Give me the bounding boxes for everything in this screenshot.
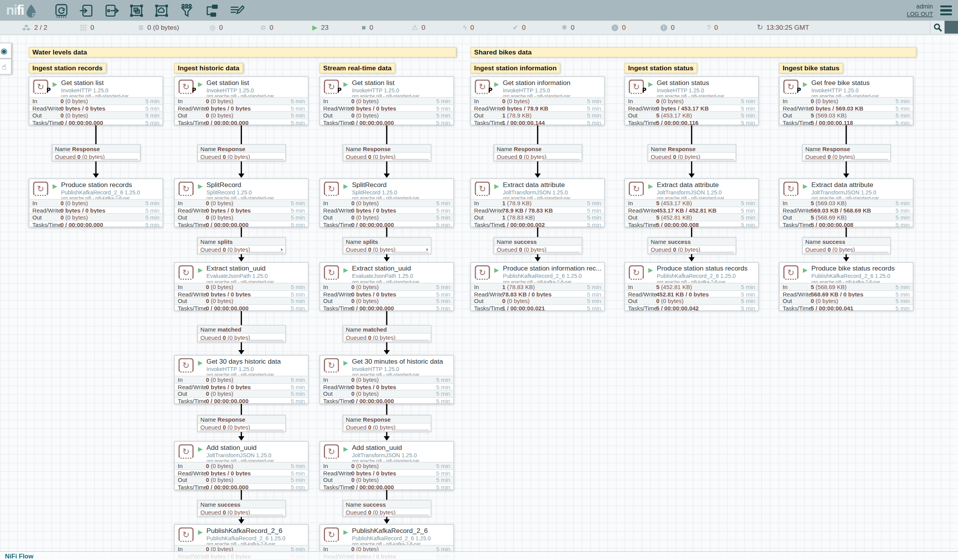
processor-node[interactable]: ↻▶SplitRecordSplitRecord 1.25.0org.apach…	[174, 179, 309, 227]
group-label[interactable]: Water levels data	[29, 47, 456, 58]
run-status-icon: ▶	[198, 267, 202, 273]
stat-label: Tasks/Time	[323, 119, 352, 126]
processor-node[interactable]: ↻▶Add station_uuidJoltTransformJSON 1.25…	[174, 441, 309, 490]
processor-node[interactable]: ↻▶Add station_uuidJoltTransformJSON 1.25…	[320, 441, 454, 490]
connection-label[interactable]: Name successQueued 0 (0 bytes)	[493, 237, 582, 254]
processor-node[interactable]: ↻P▶Get station listInvokeHTTP 1.25.0org.…	[29, 77, 163, 125]
template-toolbar-icon[interactable]	[203, 2, 219, 18]
processor-type: JoltTransformJSON 1.25.0	[812, 189, 911, 196]
operate-palette-toggle[interactable]: ☝	[0, 59, 12, 75]
stat-label: In	[178, 376, 183, 384]
connection-label[interactable]: Name ResponseQueued 0 (0 bytes)	[493, 144, 582, 161]
connection-label[interactable]: Name successQueued 0 (0 bytes)	[648, 237, 736, 254]
processor-type: JoltTransformJSON 1.25.0	[206, 452, 306, 458]
stat-value: 0 (0 bytes)	[351, 298, 379, 305]
connection-label[interactable]: Name ResponseQueued 0 (0 bytes)	[343, 144, 431, 161]
process-group-toolbar-icon[interactable]	[128, 2, 144, 18]
stat-row: Tasks/Time0 / 00:00:00.000 5 min	[320, 304, 453, 311]
breadcrumb-root[interactable]: NiFi Flow	[5, 552, 34, 560]
processor-node[interactable]: ↻▶Produce station information rec...Publ…	[470, 262, 605, 311]
connection-label[interactable]: Name successQueued 0 (0 bytes)	[343, 500, 431, 517]
stat-window: 5 min	[895, 284, 910, 291]
processor-node[interactable]: ↻▶Produce station status recordsPublishK…	[624, 262, 759, 311]
processor-node[interactable]: ↻▶Extract data attributeJoltTransformJSO…	[470, 179, 605, 227]
processor-node[interactable]: ↻P▶Get station listInvokeHTTP 1.25.0org.…	[174, 77, 309, 125]
stat-label: Tasks/Time	[474, 221, 503, 228]
stat-value: 0 (0 bytes)	[206, 284, 233, 291]
group-label[interactable]: Shared bikes data	[470, 47, 916, 58]
processor-titles: Get free bike statusInvokeHTTP 1.25.0org…	[812, 79, 911, 99]
connection-label[interactable]: Name successQueued 0 (0 bytes)	[197, 500, 286, 517]
processor-node[interactable]: ↻▶Produce station recordsPublishKafkaRec…	[29, 179, 163, 227]
connection-label[interactable]: Name successQueued 0 (0 bytes)	[802, 237, 891, 254]
stat-value: 568.69 KB / 0 bytes	[811, 291, 863, 298]
processor-node[interactable]: ↻▶Extract station_uuidEvaluateJsonPath 1…	[174, 262, 309, 311]
stat-label: Out	[628, 112, 637, 119]
processor-titles: Produce bike status recordsPublishKafkaR…	[812, 265, 911, 285]
connection-label[interactable]: Name matchedQueued 0 (0 bytes)	[343, 325, 431, 342]
processor-stats: In0 (0 bytes)5 minRead/Write0 bytes / 0 …	[175, 283, 308, 310]
stat-value: 0 (0 bytes)	[206, 98, 233, 105]
stat-value: 0 / 00:00:00.000	[351, 398, 394, 405]
navigate-palette-toggle[interactable]: ◉	[0, 43, 12, 59]
logout-link[interactable]: LOG OUT	[907, 10, 933, 18]
processor-stats: In0 (0 bytes)5 minRead/Write0 bytes / 0 …	[175, 97, 308, 124]
label-toolbar-icon[interactable]	[228, 2, 244, 18]
connection-label[interactable]: Name ResponseQueued 0 (0 bytes)	[52, 144, 140, 161]
processor-name: Produce station status records	[657, 265, 757, 272]
logo-text-ni: ni	[6, 3, 17, 17]
remote-process-group-toolbar-icon[interactable]	[153, 2, 169, 18]
search-button[interactable]	[930, 21, 944, 34]
column-label[interactable]: Ingest historic data	[174, 63, 243, 73]
column-label[interactable]: Stream real-time data	[320, 63, 395, 73]
column-label[interactable]: Ingest station status	[624, 63, 697, 73]
processor-node[interactable]: ↻P▶Get station informationInvokeHTTP 1.2…	[470, 77, 605, 125]
output-port-toolbar-icon[interactable]	[103, 2, 119, 18]
connection-label[interactable]: Name splitsQueued 0 (0 bytes)◑	[343, 237, 431, 254]
processor-node[interactable]: ↻▶SplitRecordSplitRecord 1.25.0org.apach…	[320, 179, 454, 227]
status-corner-button[interactable]	[944, 21, 958, 34]
status-item-value: 0 (0 bytes)	[147, 24, 179, 31]
processor-node[interactable]: ↻P▶Get station listInvokeHTTP 1.25.0org.…	[320, 77, 454, 125]
connection-name-row: Name Response	[803, 145, 890, 153]
processor-stats: In0 (0 bytes)5 minRead/Write0 bytes / 0 …	[320, 376, 453, 403]
stat-value: 0 bytes / 0 bytes	[206, 383, 251, 391]
funnel-toolbar-icon[interactable]	[179, 2, 194, 18]
input-port-toolbar-icon[interactable]	[78, 2, 94, 18]
column-label[interactable]: Ingest station records	[29, 63, 106, 73]
column-label[interactable]: Ingest bike status	[779, 63, 843, 73]
connection-label[interactable]: Name splitsQueued 0 (0 bytes)◑	[197, 237, 286, 254]
connection-label[interactable]: Name ResponseQueued 0 (0 bytes)	[343, 415, 431, 432]
processor-node[interactable]: ↻P▶Get station statusInvokeHTTP 1.25.0or…	[624, 77, 759, 125]
processor-node[interactable]: ↻▶Extract data attributeJoltTransformJSO…	[779, 179, 914, 227]
stat-row: Tasks/Time1 / 00:00:00.021 5 min	[471, 304, 604, 311]
flow-canvas[interactable]: ◉ ☝ Water levels dataShared bikes dataIn…	[0, 35, 958, 560]
processor-node[interactable]: ↻▶Get 30 days historic dataInvokeHTTP 1.…	[174, 355, 309, 404]
processor-node[interactable]: ↻▶Produce bike status recordsPublishKafk…	[779, 262, 914, 311]
stat-row: Out0 (0 bytes)5 min	[175, 213, 308, 220]
processor-node[interactable]: ↻▶Extract station_uuidEvaluateJsonPath 1…	[320, 262, 454, 311]
stat-row: Out5 (452.81 KB)5 min	[625, 213, 758, 220]
processor-name: Get 30 days historic data	[206, 357, 306, 365]
column-label[interactable]: Ingest station information	[470, 63, 560, 73]
processor-header: ↻▶Add station_uuidJoltTransformJSON 1.25…	[320, 442, 453, 462]
connection-label[interactable]: Name ResponseQueued 0 (0 bytes)	[802, 144, 891, 161]
processor-node[interactable]: ↻▶Extract data attributeJoltTransformJSO…	[624, 179, 759, 227]
global-menu-icon[interactable]	[939, 4, 953, 17]
stat-label: In	[474, 200, 479, 207]
connection-queued-row: Queued 0 (0 bytes)	[494, 246, 582, 254]
refresh-icon[interactable]: ↻	[757, 23, 763, 32]
stat-label: Read/Write	[323, 383, 352, 391]
stat-row: Tasks/Time5 / 00:00:00.042 5 min	[625, 304, 758, 311]
stat-window: 5 min	[436, 470, 450, 477]
cluster-icon	[22, 24, 31, 31]
processor-toolbar-icon[interactable]	[53, 2, 69, 18]
processor-node[interactable]: ↻P▶Get free bike statusInvokeHTTP 1.25.0…	[779, 77, 914, 125]
connection-label[interactable]: Name ResponseQueued 0 (0 bytes)	[197, 144, 286, 161]
connection-label[interactable]: Name matchedQueued 0 (0 bytes)	[197, 325, 286, 342]
processor-node[interactable]: ↻▶Get 30 minutes of historic dataInvokeH…	[320, 355, 454, 404]
connection-label[interactable]: Name ResponseQueued 0 (0 bytes)	[648, 144, 736, 161]
stat-window: 5 min	[436, 376, 450, 384]
connection-label[interactable]: Name ResponseQueued 0 (0 bytes)	[197, 415, 286, 432]
connection-arrow-icon	[238, 257, 245, 262]
